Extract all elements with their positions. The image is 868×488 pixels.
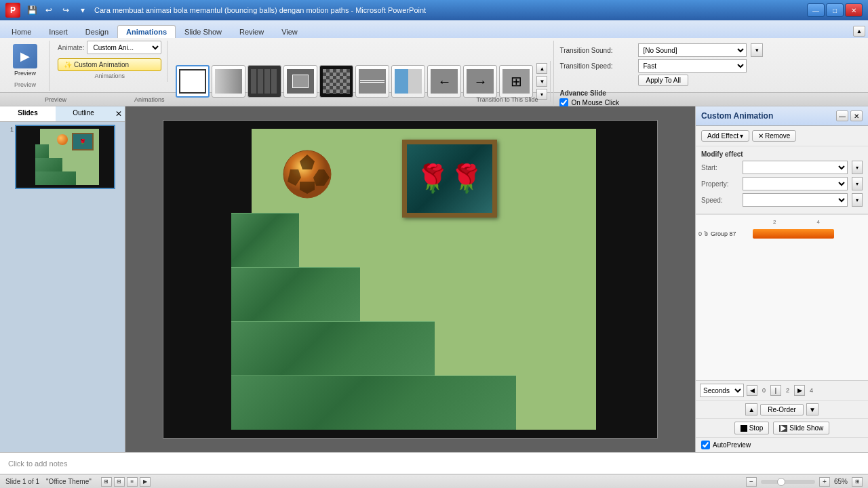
maximize-btn[interactable]: □ [826, 3, 844, 17]
property-label: Property: [701, 180, 738, 188]
transition-blinds[interactable] [248, 65, 281, 98]
slideshow-button[interactable]: Slide Show [773, 422, 829, 434]
timeline-item-group87: 0 🖱 Group 87 [698, 226, 865, 241]
more-qat-btn[interactable]: ▾ [75, 3, 90, 18]
custom-animation-button[interactable]: ✨ Custom Animation [58, 58, 161, 71]
transition-arrow-right-icon: → [467, 69, 494, 94]
timeline-mid-btn[interactable]: | [770, 385, 781, 396]
view-slide-sorter-btn[interactable]: ⊟ [114, 477, 125, 487]
gallery-scroll-down[interactable]: ▼ [536, 76, 547, 87]
property-dropdown-btn[interactable]: ▾ [852, 177, 863, 190]
add-effect-button[interactable]: Add Effect ▾ [701, 130, 749, 142]
tab-slideshow[interactable]: Slide Show [176, 25, 231, 38]
step-4 [231, 213, 299, 267]
slide-thumbnail-1[interactable]: 🌹 [15, 125, 115, 189]
transition-fade[interactable] [212, 65, 245, 98]
preview-button[interactable]: ▶ Preview [7, 41, 43, 80]
panel-minimize-btn[interactable]: — [836, 110, 848, 121]
tab-animations[interactable]: Animations [117, 25, 176, 38]
transition-box[interactable] [283, 65, 317, 98]
mini-staircase [35, 144, 76, 185]
remove-label: Remove [765, 132, 790, 140]
zoom-slider[interactable] [761, 480, 815, 484]
timeline-bar-area [753, 229, 865, 239]
gallery-more[interactable]: ▾ [536, 89, 547, 100]
zoom-out-btn[interactable]: − [746, 477, 757, 487]
remove-button[interactable]: ✕ Remove [752, 130, 796, 142]
sidebar-close-btn[interactable]: ✕ [111, 106, 125, 121]
view-reading-btn[interactable]: ≡ [127, 477, 138, 487]
transition-sound-dropdown[interactable]: ▾ [751, 43, 763, 57]
view-normal-btn[interactable]: ⊞ [101, 477, 112, 487]
close-btn[interactable]: ✕ [845, 3, 863, 17]
transition-arrow-right[interactable]: → [463, 65, 497, 98]
timeline-next-btn[interactable]: ▶ [794, 385, 805, 396]
tab-review[interactable]: Review [231, 25, 273, 38]
transition-wipe[interactable] [391, 65, 425, 98]
apply-all-button[interactable]: Apply To All [638, 75, 688, 86]
anim-toolbar: Add Effect ▾ ✕ Remove [696, 126, 868, 146]
transition-none[interactable] [176, 65, 210, 98]
save-qat-btn[interactable]: 💾 [24, 3, 39, 18]
transition-split-icon [359, 69, 386, 94]
remove-icon: ✕ [758, 132, 764, 140]
time-marker-4: 4 [808, 387, 815, 394]
seconds-select[interactable]: Seconds [700, 384, 744, 397]
reorder-down-btn[interactable]: ▼ [806, 403, 818, 415]
theme-info: "Office Theme" [46, 478, 92, 485]
transition-checkerboard[interactable] [319, 65, 353, 98]
tab-view[interactable]: View [273, 25, 307, 38]
transition-split[interactable] [355, 65, 389, 98]
stop-button[interactable]: Stop [734, 422, 770, 434]
preview-label: Preview [14, 70, 36, 77]
canvas-black-top [163, 121, 657, 129]
transition-sound-row: Transition Sound: [No Sound] ▾ [559, 43, 778, 57]
redo-qat-btn[interactable]: ↪ [58, 3, 73, 18]
sidebar-tab-outline[interactable]: Outline [56, 106, 111, 121]
transition-arrow-left[interactable]: ← [427, 65, 461, 98]
ribbon-collapse-btn[interactable]: ▲ [853, 26, 865, 37]
window-title: Cara membuat animasi bola memantul (boun… [94, 6, 426, 14]
tab-insert[interactable]: Insert [40, 25, 77, 38]
property-row: Property: ▾ [701, 177, 863, 190]
transition-zoom[interactable]: ⊞ [499, 65, 533, 98]
ribbon-group-preview: ▶ Preview Preview [4, 41, 50, 91]
reorder-up-btn[interactable]: ▲ [745, 403, 757, 415]
transition-sound-select[interactable]: [No Sound] [638, 43, 747, 57]
start-select[interactable] [743, 161, 848, 174]
autopreview-checkbox[interactable] [701, 441, 710, 449]
ribbon-tabs: Home Insert Design Animations Slide Show… [0, 20, 868, 38]
property-select[interactable] [743, 177, 848, 190]
speed-select[interactable] [743, 193, 848, 207]
transition-speed-select[interactable]: Fast [638, 59, 747, 73]
speed-dropdown-btn[interactable]: ▾ [852, 193, 863, 207]
advance-slide-label: Advance Slide [559, 89, 778, 97]
minimize-btn[interactable]: — [807, 3, 825, 17]
notes-bar[interactable]: Click to add notes [0, 452, 868, 474]
panel-controls: — ✕ [836, 110, 863, 121]
slide-panel: 1 [0, 122, 125, 452]
sidebar-tab-slides[interactable]: Slides [0, 106, 56, 121]
preview-icon: ▶ [13, 44, 37, 68]
start-dropdown-btn[interactable]: ▾ [852, 161, 863, 174]
preview-group-content: ▶ Preview [7, 41, 43, 80]
fit-to-window-btn[interactable]: ⊞ [852, 477, 863, 487]
tab-design[interactable]: Design [77, 25, 117, 38]
view-slideshow-btn[interactable]: ▶ [140, 477, 151, 487]
transition-arrow-left-icon: ← [431, 69, 458, 94]
animate-label: Animate: [58, 44, 84, 52]
autopreview-label: AutoPreview [713, 441, 751, 449]
speed-row: Speed: ▾ [701, 193, 863, 207]
zoom-slider-thumb[interactable] [777, 478, 785, 486]
tab-home[interactable]: Home [3, 25, 40, 38]
zoom-in-btn[interactable]: + [819, 477, 830, 487]
timeline-prev-btn[interactable]: ◀ [747, 385, 757, 396]
undo-qat-btn[interactable]: ↩ [41, 3, 56, 18]
panel-close-btn[interactable]: ✕ [850, 110, 863, 121]
animate-dropdown[interactable]: Custom Ani... [87, 41, 161, 54]
reorder-button[interactable]: Re-Order [760, 404, 804, 415]
gallery-scroll-up[interactable]: ▲ [536, 63, 547, 74]
slide-canvas[interactable]: 🌹🌹 [163, 120, 658, 439]
soccer-ball [282, 149, 333, 200]
animations-group-footer: Animations [134, 96, 165, 103]
